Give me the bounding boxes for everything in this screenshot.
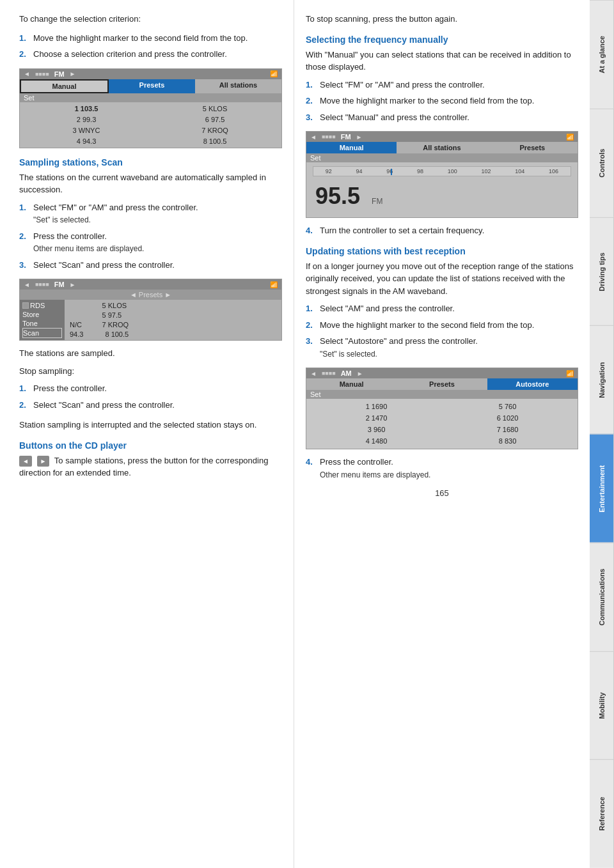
sidebar-tab-reference[interactable]: Reference (590, 759, 614, 868)
sidebar-tab-navigation[interactable]: Navigation (590, 325, 614, 434)
left-arrow-icon: ◄ (310, 134, 317, 141)
scan-stations: 5 KLOS 5 97.5 N/C 7 KROQ 94.3 8 100.5 (65, 300, 134, 340)
step-text: Move the highlight marker to the second … (33, 32, 248, 45)
band-indicator: ■■■■ (322, 370, 336, 376)
main-content: To change the selection criterion: 1. Mo… (0, 0, 590, 868)
band-label: FM (341, 133, 351, 141)
steps-list-3: 1. Press the controller. 2. Select "Scan… (19, 382, 282, 411)
radio-top-bar: ◄ ■■■■ FM ► 📶 (20, 69, 281, 79)
manual-btn[interactable]: Manual (306, 142, 397, 153)
scan-s2 (67, 311, 99, 320)
sampled-text: The stations are sampled. (19, 347, 282, 360)
sampling-title: Sampling stations, Scan (19, 157, 282, 167)
step-text: Select "AM" and press the controller. (320, 302, 455, 315)
am-s5: 5 760 (443, 401, 572, 412)
all-stations-btn[interactable]: All stations (397, 142, 487, 153)
sidebar-tab-communications[interactable]: Communications (590, 543, 614, 651)
update-body: If on a longer journey you move out of t… (306, 260, 578, 298)
autostore-btn[interactable]: Autostore (487, 378, 578, 390)
right-column: To stop scanning, press the button again… (294, 0, 590, 868)
steps-list-1: 1. Move the highlight marker to the seco… (19, 32, 282, 61)
fm-scale: 92 94 96 98 100 102 104 106 (313, 166, 571, 176)
step-text: Select "Manual" and press the controller… (320, 111, 469, 124)
buttons-body-text: To sample stations, press the button for… (19, 456, 268, 478)
fm-freq-display: 95.5 FM (310, 178, 574, 215)
buttons-title: Buttons on the CD player (19, 440, 282, 451)
scan-s7: 7 KROQ (100, 320, 132, 329)
step-subtext: Other menu items are displayed. (320, 470, 430, 479)
scan-s8: 8 100.5 (100, 330, 132, 339)
scan-item[interactable]: Scan (22, 328, 62, 338)
presets-btn[interactable]: Presets (487, 142, 578, 153)
scan-menu-area: RDS Store Tone Scan 5 KLOS 5 97.5 N/C 7 … (20, 300, 281, 340)
am-s1: 1 1690 (311, 401, 441, 412)
am-set-bar: Set (306, 390, 578, 399)
step-num: 3. (306, 111, 317, 124)
presets-btn[interactable]: Presets (397, 378, 487, 390)
prev-btn-icon: ◄ (19, 456, 32, 467)
buttons-body: ◄ ► To sample stations, press the button… (19, 454, 282, 479)
manual-btn[interactable]: Manual (306, 378, 397, 390)
step-text: Select "Scan" and press the controller. (33, 259, 175, 272)
step-num: 2. (306, 95, 317, 107)
scan-menu-left: RDS Store Tone Scan (20, 300, 65, 340)
all-stations-btn[interactable]: All stations (195, 79, 281, 93)
step-4: 4. Turn the controller to set a certain … (306, 224, 578, 237)
step-num: 1. (19, 382, 31, 395)
station-8: 8 100.5 (151, 136, 279, 146)
band-indicator: ■■■■ (35, 71, 49, 77)
intro-text: To change the selection criterion: (19, 13, 282, 26)
stop-sampling-text: Stop sampling: (19, 365, 282, 378)
interrupted-text: Station sampling is interrupted and the … (19, 419, 282, 431)
next-btn-icon: ► (37, 456, 50, 467)
sidebar-tab-mobility[interactable]: Mobility (590, 651, 614, 760)
station-5: 5 KLOS (151, 104, 279, 114)
band-label: FM (54, 70, 65, 78)
step-num: 4. (306, 224, 317, 237)
step-3-1: 1. Press the controller. (19, 382, 282, 395)
right-arrow-icon: ► (70, 281, 76, 288)
step-num: 2. (19, 230, 31, 255)
step-4b: 4. Press the controller. Other menu item… (306, 456, 578, 481)
sidebar-tab-controls[interactable]: Controls (590, 109, 614, 217)
am-top-bar: ◄ ■■■■ AM ► 📶 (306, 368, 578, 378)
step-1-2: 2. Choose a selection criterion and pres… (19, 48, 282, 61)
freq-step-2: 2. Move the highlight marker to the seco… (306, 95, 578, 107)
am-s8: 8 830 (443, 436, 572, 446)
freq-steps: 1. Select "FM" or "AM" and press the con… (306, 79, 578, 124)
steps-list-2: 1. Select "FM" or "AM" and press the con… (19, 201, 282, 272)
step4-list: 4. Turn the controller to set a certain … (306, 224, 578, 237)
left-arrow-icon: ◄ (310, 370, 317, 377)
step-text: Turn the controller to set a certain fre… (320, 224, 484, 237)
step4b-list: 4. Press the controller. Other menu item… (306, 456, 578, 481)
update-step-1: 1. Select "AM" and press the controller. (306, 302, 578, 315)
step-2-3: 3. Select "Scan" and press the controlle… (19, 259, 282, 272)
manual-btn[interactable]: Manual (20, 79, 109, 93)
update-step-2: 2. Move the highlight marker to the seco… (306, 319, 578, 332)
step-text: Select "FM" or "AM" and press the contro… (320, 79, 485, 91)
sidebar-tab-entertainment[interactable]: Entertainment (590, 434, 614, 543)
am-s6: 6 1020 (443, 413, 572, 423)
sidebar-tab-at-a-glance[interactable]: At a glance (590, 0, 614, 109)
step-num: 1. (306, 302, 317, 315)
tone-item: Tone (22, 319, 62, 328)
scan-s1 (67, 301, 99, 310)
step-num: 1. (19, 32, 31, 45)
step-text: Choose a selection criterion and press t… (33, 48, 227, 61)
am-screen: ◄ ■■■■ AM ► 📶 Manual Presets Autostore S… (306, 368, 578, 449)
fm-top-bar: ◄ ■■■■ FM ► 📶 (306, 132, 578, 142)
step-num: 3. (306, 335, 317, 360)
am-stations-grid: 1 1690 5 760 2 1470 6 1020 3 960 7 1680 … (306, 399, 578, 449)
step-2-2: 2. Press the controller. Other menu item… (19, 230, 282, 255)
presets-btn[interactable]: Presets (109, 79, 195, 93)
step-text: Move the highlight marker to the second … (320, 319, 534, 332)
left-column: To change the selection criterion: 1. Mo… (0, 0, 294, 868)
am-btn-row: Manual Presets Autostore (306, 378, 578, 390)
sidebar-tab-driving-tips[interactable]: Driving tips (590, 217, 614, 326)
step-num: 4. (306, 456, 317, 481)
station-3: 3 WNYC (22, 125, 150, 136)
fm-freq-unit: FM (365, 197, 389, 208)
store-item: Store (22, 310, 62, 319)
am-s7: 7 1680 (443, 424, 572, 435)
band-indicator: ■■■■ (35, 281, 49, 288)
